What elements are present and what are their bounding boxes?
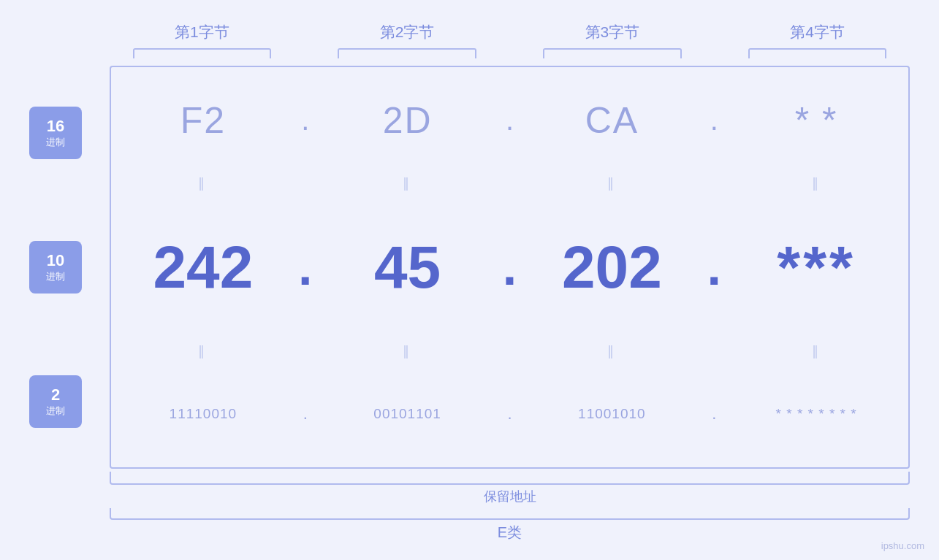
bracket-row	[29, 48, 910, 58]
eq-row-2: ‖ ‖ ‖ ‖	[111, 342, 908, 361]
eq2-b4: ‖	[724, 343, 908, 359]
eq2-b2: ‖	[316, 343, 500, 359]
byte4-header: 第4字节	[725, 22, 910, 42]
dec-row: 242 . 45 . 202 . ***	[111, 193, 908, 342]
eq2-b1: ‖	[111, 343, 295, 359]
labels-column: 16 进制 10 进制 2 进制	[29, 66, 110, 469]
sep1-hex: .	[295, 104, 316, 137]
eq1-b4: ‖	[724, 175, 908, 191]
hex-label: 16 进制	[29, 107, 82, 159]
dec-val2: 45	[316, 233, 500, 302]
header-row: 第1字节 第2字节 第3字节 第4字节	[29, 22, 910, 42]
reserved-bracket-line	[110, 472, 910, 485]
bracket1	[110, 48, 294, 58]
sep2-bin: .	[500, 404, 520, 423]
annotation-area: 保留地址 E类	[29, 472, 910, 545]
byte3-header: 第3字节	[520, 22, 705, 42]
hex-val4: * *	[724, 99, 908, 142]
reserved-label: 保留地址	[110, 485, 910, 508]
eq-row-1: ‖ ‖ ‖ ‖	[111, 174, 908, 193]
eq1-b1: ‖	[111, 175, 295, 191]
sep3-dec: .	[704, 238, 724, 296]
dec-val3: 202	[520, 233, 704, 302]
dec-val1: 242	[111, 233, 295, 302]
dec-val4: ***	[724, 233, 908, 302]
bracket3	[520, 48, 705, 58]
hex-val1: F2	[111, 99, 295, 142]
dec-label: 10 进制	[29, 241, 82, 294]
eq2-b3: ‖	[520, 343, 704, 359]
bin-label: 2 进制	[29, 375, 82, 428]
bin-val4: * * * * * * * *	[724, 406, 908, 422]
bracket2	[315, 48, 500, 58]
bin-val3: 11001010	[520, 406, 704, 422]
hex-val3: CA	[520, 99, 704, 142]
byte1-header: 第1字节	[110, 22, 294, 42]
class-label: E类	[110, 520, 910, 545]
bin-val1: 11110010	[111, 406, 295, 422]
bin-row: 11110010 . 00101101 . 11001010 . * * * *…	[111, 361, 908, 467]
byte2-header: 第2字节	[315, 22, 500, 42]
main-data-area: 16 进制 10 进制 2 进制 F2 . 2D . CA . * *	[29, 66, 910, 469]
class-bracket-line	[110, 508, 910, 520]
watermark: ipshu.com	[881, 540, 924, 551]
sep1-dec: .	[295, 238, 316, 296]
hex-val2: 2D	[316, 99, 500, 142]
sep2-dec: .	[500, 238, 520, 296]
bin-val2: 00101101	[316, 406, 500, 422]
sep2-hex: .	[500, 104, 520, 137]
main-container: 第1字节 第2字节 第3字节 第4字节 16 进制	[0, 0, 939, 560]
eq1-b3: ‖	[520, 175, 704, 191]
sep3-hex: .	[704, 104, 724, 137]
data-grid: F2 . 2D . CA . * * ‖ ‖ ‖ ‖ 242 .	[110, 66, 910, 469]
hex-row: F2 . 2D . CA . * *	[111, 67, 908, 174]
eq1-b2: ‖	[316, 175, 500, 191]
bracket4	[725, 48, 910, 58]
sep1-bin: .	[295, 404, 316, 423]
sep3-bin: .	[704, 404, 724, 423]
